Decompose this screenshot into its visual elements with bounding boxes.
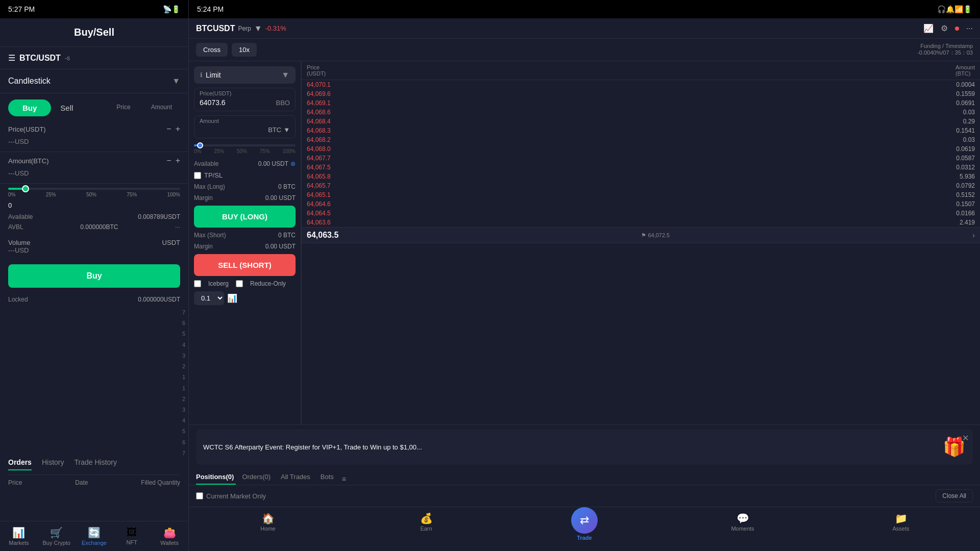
ob-ask-15[interactable]: 64,064.5 0.0166 — [302, 209, 980, 218]
ob-spread[interactable]: 64,063.5 ⚑ 64,072.5 › — [302, 227, 980, 243]
order-type-selector[interactable]: ℹ Limit ▼ — [194, 66, 296, 84]
perp-dropdown-icon[interactable]: ▼ — [254, 24, 262, 33]
y-label-5: 5 — [182, 331, 187, 337]
pair-name: BTC/USDT — [19, 54, 61, 63]
left-slider-thumb[interactable] — [22, 185, 29, 192]
ob-ask-5[interactable]: 64,068.4 0.29 — [302, 117, 980, 126]
home-icon: 🏠 — [262, 512, 275, 524]
settings-icon[interactable]: ⚙ — [941, 23, 948, 33]
nav-markets[interactable]: 📊 Markets — [0, 521, 38, 551]
price-field-value[interactable]: ---USD — [8, 136, 180, 147]
avbl-menu-icon[interactable]: ··· — [175, 223, 180, 231]
price-input-value[interactable]: 64073.6 — [200, 98, 226, 107]
trading-header: BTCUSDT Perp ▼ -0.31% 📈 ⚙ ··· — [189, 18, 980, 39]
price-decrement[interactable]: − — [166, 124, 171, 134]
status-bar-left: 5:27 PM 📡🔋 — [0, 0, 188, 18]
orders-tabs: Orders History Trade History — [8, 458, 180, 475]
avail-add-icon[interactable]: ⊕ — [290, 160, 296, 167]
chart-icon[interactable]: 📈 — [923, 23, 934, 33]
order-slider-thumb[interactable] — [197, 142, 203, 148]
positions-more-icon[interactable]: ≡ — [342, 475, 346, 483]
order-slider[interactable]: 0% 25% 50% 75% 100% — [194, 142, 296, 156]
more-icon[interactable]: ··· — [966, 24, 973, 33]
spread-select[interactable]: 0.1 0.5 1.0 — [194, 291, 224, 305]
ob-ask-2[interactable]: 64,069.6 0.1559 — [302, 89, 980, 98]
ob-ask-9[interactable]: 64,067.7 0.0587 — [302, 154, 980, 163]
ob-ask-3[interactable]: 64,069.1 0.0691 — [302, 98, 980, 108]
trade-button[interactable]: ⇄ — [571, 507, 598, 534]
ob-spread-arrow[interactable]: › — [972, 231, 975, 239]
right-status-icons: 🎧🔔📶🔋 — [937, 5, 972, 13]
amount-field-value[interactable]: ---USD — [8, 167, 180, 179]
pair-menu-icon: ☰ — [8, 53, 15, 63]
left-panel: 5:27 PM 📡🔋 Buy/Sell ☰ BTC/USDT -s Candle… — [0, 0, 189, 551]
orders-section: Orders History Trade History Price Date … — [0, 458, 188, 521]
available-label: Available — [8, 213, 33, 220]
leverage-button[interactable]: 10x — [232, 43, 257, 57]
nav-buy-crypto[interactable]: 🛒 Buy Crypto — [38, 521, 76, 551]
ob-price-col-header: Price(USDT) — [307, 64, 326, 77]
banner-close-icon[interactable]: ✕ — [962, 433, 969, 443]
all-trades-tab[interactable]: All Trades — [281, 473, 310, 485]
ob-ask-11[interactable]: 64,065.8 5.936 — [302, 172, 980, 181]
candlestick-label: Candlestick — [8, 77, 51, 86]
ob-ask-16[interactable]: 64,063.6 2.419 — [302, 218, 980, 227]
ob-ask-6[interactable]: 64,068.3 0.1541 — [302, 126, 980, 135]
nav-trade[interactable]: ⇄ Trade — [505, 502, 664, 546]
nav-wallets[interactable]: 👛 Wallets — [151, 521, 188, 551]
cross-button[interactable]: Cross — [196, 43, 228, 57]
candlestick-selector[interactable]: Candlestick ▼ — [0, 69, 188, 93]
max-short-value: 0 BTC — [278, 232, 296, 239]
amount-decrement[interactable]: − — [166, 156, 171, 165]
ob-ask-10[interactable]: 64,067.5 0.0312 — [302, 163, 980, 172]
ob-ask-13[interactable]: 64,065.1 0.5152 — [302, 190, 980, 199]
ob-ask-12[interactable]: 64,065.7 0.0792 — [302, 181, 980, 190]
iceberg-checkbox[interactable] — [194, 280, 201, 287]
ob-ask-14[interactable]: 64,064.6 0.1507 — [302, 199, 980, 209]
buy-long-button[interactable]: BUY (LONG) — [194, 206, 296, 228]
iceberg-label: Iceberg — [208, 280, 229, 287]
nav-earn[interactable]: 💰 Earn — [347, 507, 505, 551]
sell-tab[interactable]: Sell — [55, 99, 78, 116]
left-buy-button[interactable]: Buy — [8, 264, 180, 288]
order-slider-track[interactable] — [194, 144, 296, 146]
price-input-field[interactable]: Price(USDT) 64073.6 BBO — [194, 88, 296, 111]
amount-input-field[interactable]: Amount BTC ▼ — [194, 115, 296, 138]
close-all-button[interactable]: Close All — [936, 489, 973, 503]
buy-tab[interactable]: Buy — [8, 99, 51, 116]
nav-home[interactable]: 🏠 Home — [189, 507, 347, 551]
ob-ask-8[interactable]: 64,068.0 0.0619 — [302, 144, 980, 154]
positions-tabs: Positions(0) Orders(0) All Trades Bots ≡ — [189, 469, 980, 485]
nav-moments[interactable]: 💬 Moments — [664, 507, 822, 551]
margin-long-row: Margin 0.00 USDT — [194, 194, 296, 202]
amount-field-group: Amount(BTC) − + ---USD — [0, 152, 188, 184]
tpsl-checkbox[interactable] — [194, 172, 201, 179]
nav-exchange[interactable]: 🔄 Exchange — [76, 521, 113, 551]
current-market-label: Current Market Only — [206, 492, 266, 500]
nav-assets[interactable]: 📁 Assets — [822, 507, 980, 551]
ob-ask-4[interactable]: 64,068.6 0.03 — [302, 108, 980, 117]
amount-increment[interactable]: + — [176, 156, 180, 165]
sell-short-button[interactable]: SELL (SHORT) — [194, 254, 296, 276]
spread-chart-icon[interactable]: 📊 — [227, 293, 237, 303]
amount-unit-button[interactable]: BTC ▼ — [268, 126, 290, 134]
orders-tab-trade-history[interactable]: Trade History — [74, 458, 117, 470]
pair-selector[interactable]: ☰ BTC/USDT -s — [0, 47, 188, 69]
nav-nft[interactable]: 🖼 NFT — [113, 521, 151, 551]
buy-sell-tabs: Buy Sell Price Amount — [0, 93, 188, 120]
positions-tab[interactable]: Positions(0) — [196, 473, 236, 485]
orders-tab-orders[interactable]: Orders — [8, 458, 32, 470]
reduce-only-checkbox[interactable] — [236, 280, 243, 287]
price-increment[interactable]: + — [176, 124, 180, 134]
ob-ask-1[interactable]: 64,070.1 0.0004 — [302, 80, 980, 89]
y-label-7b: 7 — [182, 450, 187, 456]
spread-selector: 0.1 0.5 1.0 📊 — [194, 291, 296, 305]
orders-tab-history[interactable]: History — [42, 458, 64, 470]
bots-tab[interactable]: Bots — [321, 473, 334, 485]
left-slider-track[interactable] — [8, 188, 180, 190]
current-market-checkbox[interactable] — [196, 492, 203, 499]
avbl-row: AVBL 0.000000BTC ··· — [0, 222, 188, 235]
ob-ask-7[interactable]: 64,068.2 0.03 — [302, 135, 980, 144]
orders-positions-tab[interactable]: Orders(0) — [242, 473, 271, 485]
bbo-button[interactable]: BBO — [276, 99, 290, 107]
